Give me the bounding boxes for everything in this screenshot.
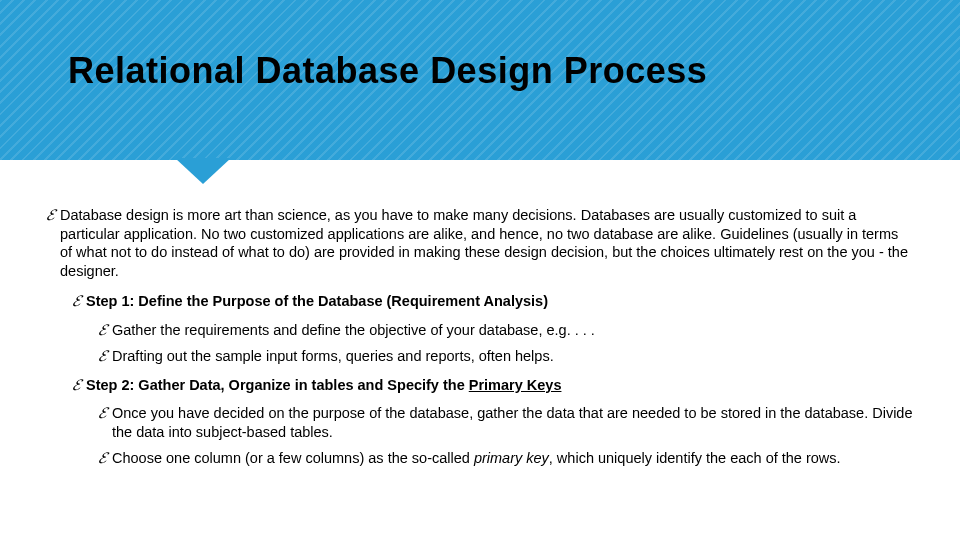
step-2-b-primary-key: primary key: [474, 450, 549, 466]
step-2-item-b: 𝓔 Choose one column (or a few columns) a…: [98, 449, 914, 468]
bullet-icon: 𝓔: [98, 449, 106, 468]
intro-text: Database design is more art than science…: [60, 206, 914, 280]
bullet-icon: 𝓔: [98, 404, 106, 441]
bullet-icon: 𝓔: [46, 206, 54, 280]
step-1-item-a: 𝓔 Gather the requirements and define the…: [98, 321, 914, 340]
step-1-a-text: Gather the requirements and define the o…: [112, 321, 914, 340]
step-2-primary-keys: Primary Keys: [469, 377, 562, 393]
bullet-icon: 𝓔: [72, 376, 80, 395]
slide-title: Relational Database Design Process: [68, 50, 892, 92]
bullet-icon: 𝓔: [98, 347, 106, 366]
intro-paragraph: 𝓔 Database design is more art than scien…: [46, 206, 914, 280]
step-2-item-a: 𝓔 Once you have decided on the purpose o…: [98, 404, 914, 441]
step-2-b-post: , which uniquely identify the each of th…: [549, 450, 841, 466]
bullet-icon: 𝓔: [98, 321, 106, 340]
header-notch: [175, 158, 231, 184]
step-2-b-pre: Choose one column (or a few columns) as …: [112, 450, 474, 466]
slide-header: Relational Database Design Process: [0, 0, 960, 160]
step-1-label: Step 1: Define the Purpose of the Databa…: [86, 292, 914, 311]
step-1-item-b: 𝓔 Drafting out the sample input forms, q…: [98, 347, 914, 366]
step-1-b-text: Drafting out the sample input forms, que…: [112, 347, 914, 366]
bullet-icon: 𝓔: [72, 292, 80, 311]
step-2-a-text: Once you have decided on the purpose of …: [112, 404, 914, 441]
step-2-heading: 𝓔 Step 2: Gather Data, Organize in table…: [72, 376, 914, 395]
step-2-label: Step 2: Gather Data, Organize in tables …: [86, 376, 914, 395]
step-1-heading: 𝓔 Step 1: Define the Purpose of the Data…: [72, 292, 914, 311]
slide-body: 𝓔 Database design is more art than scien…: [0, 160, 960, 468]
step-2-prefix: Step 2: Gather Data, Organize in tables …: [86, 377, 469, 393]
step-2-b-text: Choose one column (or a few columns) as …: [112, 449, 914, 468]
